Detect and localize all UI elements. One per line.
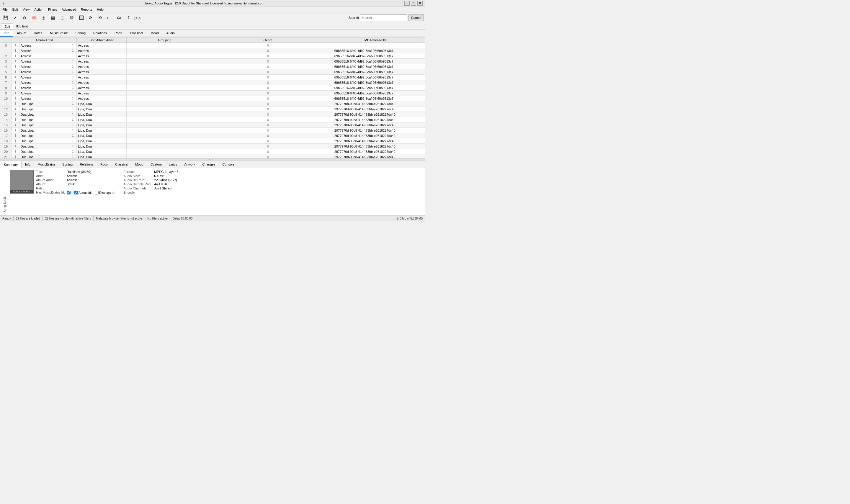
cell-grouping[interactable]	[126, 112, 203, 117]
resize-handle[interactable]: · · ·	[0, 158, 425, 161]
close-button[interactable]: ✕	[417, 1, 423, 6]
tab-id3-edit[interactable]: ID3 Edit	[13, 23, 31, 29]
cell-album-artist[interactable]: Actress	[19, 80, 69, 85]
cell-album-artist[interactable]: Dua Lipa	[19, 107, 69, 112]
cell-album-artist[interactable]: Actress	[19, 64, 69, 69]
table-row[interactable]: 2 1 Actress 1 Actress 0 69b53516-6f40-4d…	[0, 53, 425, 59]
cell-grouping[interactable]	[126, 75, 203, 80]
cell-album-artist[interactable]: Dua Lipa	[19, 117, 69, 123]
bottom-tab-artwork[interactable]: Artwork	[181, 161, 199, 168]
cell-sort-album-artist[interactable]: Lipa, Dua	[77, 117, 127, 123]
cell-mb-release-id[interactable]: 69b53516-6f40-4d92-8caf-06f60b9513c7	[333, 53, 417, 59]
table-row[interactable]: 7 1 Actress 1 Actress 0 69b53516-6f40-4d…	[0, 80, 425, 85]
cell-grouping[interactable]	[126, 53, 203, 59]
cell-album-artist[interactable]: Dua Lipa	[19, 133, 69, 138]
menu-action[interactable]: Action	[32, 7, 46, 12]
cell-sort-album-artist[interactable]: Lipa, Dua	[77, 128, 127, 133]
col-header-sort-album-artist[interactable]: Sort Album Artist	[77, 37, 127, 43]
cell-grouping[interactable]	[126, 107, 203, 112]
cell-sort-album-artist[interactable]: Lipa, Dua	[77, 149, 127, 154]
cell-mb-release-id[interactable]: 69b53516-6f40-4d92-8caf-06f60b9513c7	[333, 75, 417, 80]
cell-sort-album-artist[interactable]: Actress	[77, 91, 127, 96]
cell-sort-album-artist[interactable]: Actress	[77, 53, 127, 59]
cell-mb-release-id[interactable]: 69b53516-6f40-4d92-8caf-06f60b9513c7	[333, 85, 417, 91]
cell-mb-release-id[interactable]: 69b53516-6f40-4d92-8caf-06f60b9513c7	[333, 48, 417, 53]
cell-grouping[interactable]	[126, 91, 203, 96]
toolbar-btn6[interactable]: ▦	[49, 13, 57, 22]
cell-mb-release-id[interactable]: 69b53516-6f40-4d92-8caf-06f60b9513c7	[333, 69, 417, 75]
table-row[interactable]: 19 1 Dua Lipa 1 Lipa, Dua 0 2977970d-90d…	[0, 144, 425, 149]
table-row[interactable]: 14 1 Dua Lipa 1 Lipa, Dua 0 2977970d-90d…	[0, 117, 425, 123]
cell-album-artist[interactable]: Actress	[19, 69, 69, 75]
main-table[interactable]: Album Artist Sort Album Artist Grouping …	[0, 37, 425, 158]
cancel-button[interactable]: Cancel	[409, 15, 424, 21]
tab-edit[interactable]: Edit	[1, 23, 13, 29]
minimize-button[interactable]: ─	[404, 1, 410, 6]
table-row[interactable]: 8 1 Actress 1 Actress 0 69b53516-6f40-4d…	[0, 85, 425, 91]
table-row[interactable]: 12 1 Dua Lipa 1 Lipa, Dua 0 2977970d-90d…	[0, 107, 425, 112]
toolbar-export[interactable]: ↗	[11, 13, 19, 22]
table-row[interactable]: 16 1 Dua Lipa 1 Lipa, Dua 0 2977970d-90d…	[0, 128, 425, 133]
cell-sort-album-artist[interactable]: Lipa, Dua	[77, 138, 127, 144]
toolbar-btn15[interactable]: ▷▷	[133, 13, 142, 22]
cell-album-artist[interactable]: Actress	[19, 75, 69, 80]
tab-album[interactable]: Album	[13, 30, 30, 37]
cell-mb-release-id[interactable]: 69b53516-6f40-4d92-8caf-06f60b9513c7	[333, 91, 417, 96]
cell-album-artist[interactable]: Dua Lipa	[19, 101, 69, 107]
maximize-button[interactable]: □	[411, 1, 416, 6]
cell-grouping[interactable]	[126, 154, 203, 159]
cell-album-artist[interactable]: Actress	[19, 96, 69, 101]
menu-advanced[interactable]: Advanced	[59, 7, 78, 12]
cell-sort-album-artist[interactable]: Lipa, Dua	[77, 101, 127, 107]
cell-mb-release-id[interactable]: 2977970d-90d8-414f-83bb-e2618227dc40	[333, 144, 417, 149]
table-row[interactable]: 15 1 Dua Lipa 1 Lipa, Dua 0 2977970d-90d…	[0, 123, 425, 128]
bottom-tab-summary[interactable]: Summary	[0, 161, 21, 168]
cell-grouping[interactable]	[126, 144, 203, 149]
cell-mb-release-id[interactable]: 2977970d-90d8-414f-83bb-e2618227dc40	[333, 154, 417, 159]
cell-grouping[interactable]	[126, 69, 203, 75]
bottom-tab-relations[interactable]: Relations	[76, 161, 97, 168]
table-row[interactable]: 17 1 Dua Lipa 1 Lipa, Dua 0 2977970d-90d…	[0, 133, 425, 138]
bottom-tab-musicbrainz[interactable]: MusicBrainz	[34, 161, 59, 168]
tab-roon[interactable]: Roon	[111, 30, 126, 37]
cell-album-artist[interactable]: Actress	[19, 85, 69, 91]
table-row[interactable]: 3 1 Actress 1 Actress 0 69b53516-6f40-4d…	[0, 59, 425, 64]
bottom-tab-lyrics[interactable]: Lyrics	[165, 161, 181, 168]
cell-sort-album-artist[interactable]: Lipa, Dua	[77, 123, 127, 128]
cell-mb-release-id[interactable]: 2977970d-90d8-414f-83bb-e2618227dc40	[333, 112, 417, 117]
cell-album-artist[interactable]: Actress	[19, 59, 69, 64]
bottom-tab-classical[interactable]: Classical	[112, 161, 132, 168]
cell-album-artist[interactable]: Dua Lipa	[19, 154, 69, 159]
table-row[interactable]: 20 1 Dua Lipa 1 Lipa, Dua 0 2977970d-90d…	[0, 149, 425, 154]
cell-sort-album-artist[interactable]: Actress	[77, 69, 127, 75]
cell-sort-album-artist[interactable]: Actress	[77, 43, 127, 48]
toolbar-btn10[interactable]: ⟳	[86, 13, 95, 22]
cell-album-artist[interactable]: Actress	[19, 48, 69, 53]
cell-mb-release-id[interactable]: 2977970d-90d8-414f-83bb-e2618227dc40	[333, 149, 417, 154]
table-row[interactable]: 0 1 Actress 1 Actress 0	[0, 43, 425, 48]
tab-audio[interactable]: Audio	[163, 30, 179, 37]
toolbar-btn8[interactable]: 🔘	[67, 13, 76, 22]
cell-mb-release-id[interactable]: 69b53516-6f40-4d92-8caf-06f60b9513c7	[333, 59, 417, 64]
search-input[interactable]	[360, 15, 407, 21]
cell-grouping[interactable]	[126, 138, 203, 144]
cell-sort-album-artist[interactable]: Actress	[77, 80, 127, 85]
bottom-tab-custom[interactable]: Custom	[147, 161, 165, 168]
table-row[interactable]: 13 1 Dua Lipa 1 Lipa, Dua 0 2977970d-90d…	[0, 112, 425, 117]
cell-grouping[interactable]	[126, 149, 203, 154]
cell-sort-album-artist[interactable]: Actress	[77, 48, 127, 53]
table-row[interactable]: 5 1 Actress 1 Actress 0 69b53516-6f40-4d…	[0, 69, 425, 75]
tab-classical[interactable]: Classical	[126, 30, 147, 37]
toolbar-btn9[interactable]: 🔲	[77, 13, 86, 22]
cell-mb-release-id[interactable]: 69b53516-6f40-4d92-8caf-06f60b9513c7	[333, 64, 417, 69]
cell-grouping[interactable]	[126, 59, 203, 64]
col-header-genre[interactable]: Genre	[203, 37, 333, 43]
cell-sort-album-artist[interactable]: Lipa, Dua	[77, 133, 127, 138]
cell-grouping[interactable]	[126, 117, 203, 123]
menu-filters[interactable]: Filters	[46, 7, 59, 12]
toolbar-save[interactable]: 💾	[1, 13, 10, 22]
tab-info[interactable]: Info	[0, 30, 13, 37]
toolbar-btn5[interactable]: ◎	[39, 13, 48, 22]
cell-album-artist[interactable]: Dua Lipa	[19, 144, 69, 149]
bottom-tab-console[interactable]: Console	[219, 161, 238, 168]
